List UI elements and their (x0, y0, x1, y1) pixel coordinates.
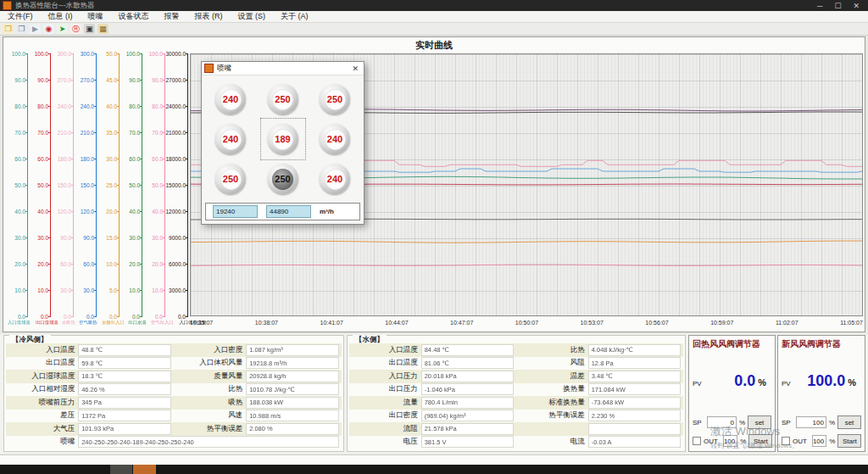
data-row: 吸热188.038 kW (174, 396, 342, 410)
close-icon[interactable]: ✕ (853, 2, 860, 10)
tick-label: 270.0 (58, 77, 71, 83)
stop-icon[interactable]: Ⓗ (70, 24, 81, 34)
nozzle-gauge-cell-6: 250 (215, 164, 246, 194)
time-label-3: 10:44:07 (385, 320, 408, 326)
menu-item-1[interactable]: 信息 (I) (41, 11, 81, 22)
nozzle-gauge-button-6[interactable]: 250 (215, 164, 246, 194)
nozzle-gauge-value-6: 250 (220, 169, 242, 190)
set-button[interactable]: set (748, 415, 771, 429)
menu-item-5[interactable]: 报表 (R) (187, 11, 231, 22)
start-button[interactable]: Start (748, 434, 772, 448)
flow-min-input[interactable]: 19240 (213, 205, 258, 218)
tick-label: 60.0 (83, 261, 94, 267)
tick-label: 240.0 (81, 103, 94, 109)
play-icon[interactable]: ▶ (30, 24, 41, 34)
nozzle-gauge-button-2[interactable]: 250 (320, 84, 350, 114)
data-row: 入口压力20.018 kPa (349, 370, 516, 383)
maximize-icon[interactable]: ☐ (834, 2, 841, 10)
menu-item-3[interactable]: 设备状态 (111, 11, 157, 22)
sp-row: SP0%set (693, 415, 771, 429)
nozzle-gauge-button-8[interactable]: 240 (320, 164, 350, 194)
nozzle-gauge-button-0[interactable]: 240 (215, 84, 246, 114)
pv-row: PV100.0% (782, 372, 861, 390)
nozzle-gauge-button-1[interactable]: 250 (268, 84, 298, 114)
menu-item-7[interactable]: 关于 (A) (273, 11, 316, 22)
tick-label: 60.0 (129, 156, 140, 162)
tick-label: 10.0 (37, 287, 48, 293)
axis-label-3: 空气吸热 (79, 320, 97, 326)
nozzle-gauge-button-7[interactable]: 250 (268, 164, 298, 194)
sp-input[interactable]: 0 (707, 416, 737, 428)
nozzle-gauge-cell-5: 240 (320, 124, 350, 154)
menu-item-6[interactable]: 设置 (S) (231, 11, 274, 22)
set-button[interactable]: set (837, 415, 861, 429)
field-value: 188.038 kW (246, 397, 339, 409)
tick-mark (186, 53, 188, 54)
tick-label: 90.0 (37, 77, 48, 83)
data-row: 比热4.048 kJ/kg·℃ (516, 343, 683, 357)
tick-mark (186, 185, 188, 186)
tick-label: 300.0 (58, 51, 71, 57)
nozzle-gauge-button-3[interactable]: 240 (215, 124, 246, 154)
nozzle-gauge-value-1: 250 (272, 89, 293, 110)
tick-label: 30000.0 (166, 51, 186, 57)
taskbar-app-gray[interactable] (110, 465, 132, 474)
record-icon[interactable]: ◉ (43, 24, 54, 34)
out-input[interactable]: 100 (812, 435, 826, 447)
tick-label: 60.0 (14, 156, 25, 162)
tick-label: 20.0 (129, 261, 140, 267)
field-value: 10.988 m/s (246, 410, 339, 421)
field-value-text: 2.080 % (249, 425, 273, 432)
open-file-icon[interactable]: ❒ (3, 24, 14, 34)
field-value-text: (969.04) kg/m³ (425, 412, 466, 420)
time-label-8: 10:59:07 (710, 320, 733, 326)
taskbar[interactable] (0, 465, 868, 474)
sp-input[interactable]: 100 (796, 416, 826, 428)
report-window-icon[interactable]: ▦ (97, 24, 108, 34)
menu-item-2[interactable]: 喷嘴 (81, 11, 111, 22)
menu-bar: 文件(F)信息 (I)喷嘴设备状态报警报表 (R)设置 (S)关于 (A) (0, 11, 868, 23)
y-axis-6: 100.090.080.070.060.050.040.030.020.010.… (142, 53, 165, 316)
tick-mark (186, 159, 188, 159)
nozzle-gauge-cell-1: 250 (268, 84, 298, 114)
camera-icon[interactable]: ▣ (84, 24, 95, 34)
export-icon[interactable]: ➤ (57, 24, 68, 34)
y-axis-3: 300.0270.0240.0210.0180.0150.0120.090.06… (74, 53, 97, 316)
nozzle-gauge-cell-2: 250 (320, 84, 350, 114)
data-row: 入口体积风量19218.8 m³/h (174, 357, 342, 371)
field-label: 入口密度 (174, 345, 246, 355)
start-button[interactable]: Start (837, 434, 861, 448)
dialog-close-icon[interactable]: ✕ (352, 64, 364, 73)
axis-label-6: 空气出入口 (151, 320, 174, 326)
nozzle-gauge-button-5[interactable]: 240 (320, 124, 350, 154)
flow-max-input[interactable]: 44890 (266, 205, 311, 218)
group-body: 入口温度48.8 ℃出口温度59.8 ℃入口湿球温度18.3 ℃入口相对湿度46… (6, 343, 342, 449)
data-row: 差压1372 Pa (6, 410, 174, 423)
save-file-icon[interactable]: ❐ (16, 24, 27, 34)
tick-mark (186, 290, 188, 291)
nozzle-dialog-titlebar[interactable]: 喷嘴 ✕ (202, 62, 364, 75)
field-label: 出口压力 (349, 384, 421, 394)
field-value-text: 48.8 ℃ (81, 346, 103, 354)
group-col-b: 比热4.048 kJ/kg·℃风阻12.8 Pa温差3.48 ℃换热量171.0… (516, 343, 683, 449)
taskbar-app-orange[interactable] (133, 465, 156, 474)
minimize-icon[interactable]: ─ (817, 2, 822, 10)
y-axis-5: 100.090.080.070.060.050.040.030.020.010.… (120, 53, 142, 316)
menu-item-4[interactable]: 报警 (157, 11, 187, 22)
out-checkbox[interactable] (693, 437, 701, 445)
field-value-text: 1010.78 J/kg·℃ (249, 386, 295, 393)
tick-label: 90.0 (83, 235, 94, 241)
out-checkbox[interactable] (782, 437, 790, 445)
nozzle-gauge-button-4[interactable]: 189 (268, 124, 298, 154)
out-input[interactable]: 100 (723, 435, 737, 447)
y-axis-1: 100.090.080.070.060.050.040.030.020.010.… (28, 53, 51, 316)
tick-label: 60.0 (152, 156, 163, 162)
tick-label: 300.0 (81, 51, 94, 57)
field-value-text: 345 Pa (81, 399, 102, 406)
tick-label: 9000.0 (169, 235, 186, 241)
tick-mark (186, 316, 188, 317)
out-row: OUT100%Start (693, 434, 771, 448)
menu-item-0[interactable]: 文件(F) (0, 11, 41, 22)
data-row: 入口温度48.8 ℃ (6, 343, 174, 357)
tick-label: 240.0 (58, 103, 71, 109)
